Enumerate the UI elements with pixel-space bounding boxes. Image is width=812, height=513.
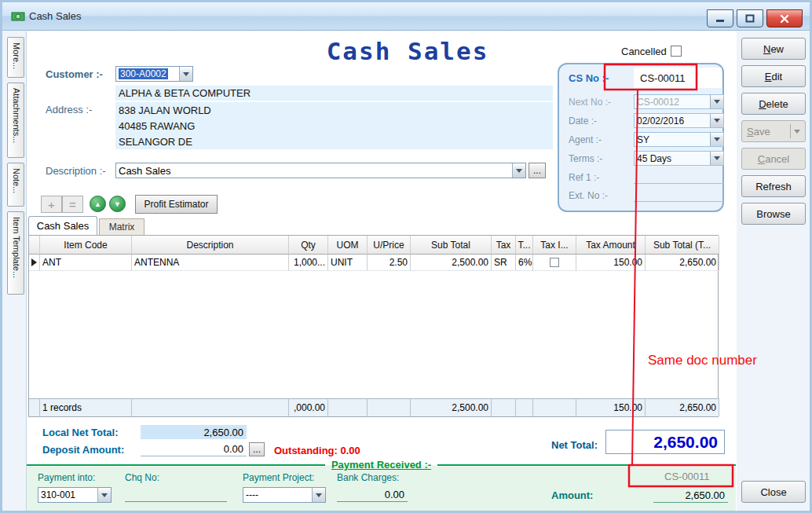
main-form: Cash Sales Cancelled Customer :- 300-A00…	[26, 31, 737, 513]
payment-project-dropdown-button[interactable]	[312, 488, 325, 502]
cell-sub-total[interactable]: 2,500.00	[411, 255, 492, 271]
arrow-down-icon: ▼	[114, 200, 121, 208]
cancel-button[interactable]: Cancel	[741, 148, 806, 170]
edit-button[interactable]: Edit	[741, 65, 806, 87]
description-browse-button[interactable]: ...	[529, 163, 546, 178]
footer-spacer	[533, 398, 576, 416]
sidebar-item-more[interactable]: More...	[7, 37, 24, 78]
sidebar-item-attachments[interactable]: Attachments...	[7, 82, 24, 158]
next-no-combo[interactable]: CS-00012	[634, 94, 724, 109]
delete-button-label: Delete	[759, 98, 788, 110]
ext-no-label: Ext. No :-	[569, 190, 608, 201]
sidebar-item-item-template[interactable]: Item Template...	[7, 211, 24, 295]
sidebar-item-label: More...	[12, 42, 21, 69]
deposit-browse-button[interactable]: ...	[249, 442, 265, 456]
cancel-button-label: Cancel	[758, 153, 789, 165]
chevron-down-icon	[516, 169, 522, 173]
description-combo[interactable]: Cash Sales	[115, 163, 526, 178]
address-line: SELANGOR DE	[119, 134, 550, 150]
bank-charges-value: 0.00	[385, 489, 404, 500]
payment-into-dropdown-button[interactable]	[97, 488, 111, 502]
sidebar-item-note[interactable]: Note...	[7, 163, 24, 207]
move-up-button[interactable]: ▲	[90, 196, 106, 212]
col-header-item-code[interactable]: Item Code	[40, 236, 132, 255]
col-header-tax-inclusive[interactable]: Tax I...	[533, 236, 576, 255]
agent-dropdown-button[interactable]	[710, 133, 723, 146]
cell-tax-amount[interactable]: 150.00	[576, 255, 646, 271]
cell-tax-inclusive[interactable]	[533, 255, 576, 271]
close-window-button[interactable]	[766, 9, 803, 27]
payment-into-combo[interactable]: 310-001	[38, 487, 112, 503]
bank-charges-label: Bank Charges:	[337, 472, 399, 483]
customer-dropdown-button[interactable]	[179, 67, 192, 81]
cell-uom[interactable]: UNIT	[328, 255, 368, 271]
description-value: Cash Sales	[116, 163, 512, 178]
maximize-button[interactable]	[737, 9, 763, 27]
move-down-button[interactable]: ▼	[109, 196, 126, 212]
col-header-uprice[interactable]: U/Price	[368, 236, 411, 255]
tab-matrix[interactable]: Matrix	[99, 218, 144, 235]
col-header-uom[interactable]: UOM	[328, 236, 368, 255]
terms-dropdown-button[interactable]	[710, 152, 723, 165]
date-combo[interactable]: 02/02/2016	[634, 113, 724, 128]
cell-tax[interactable]: SR	[492, 255, 516, 271]
amount-value: 2,650.00	[685, 489, 725, 501]
date-dropdown-button[interactable]	[710, 114, 723, 127]
cell-description[interactable]: ANTENNA	[132, 255, 289, 271]
minimize-button[interactable]	[707, 9, 733, 27]
app-icon	[11, 9, 25, 24]
add-row-button[interactable]: +	[41, 196, 62, 213]
tab-cash-sales[interactable]: Cash Sales	[28, 216, 97, 235]
cell-qty[interactable]: 1,000...	[289, 255, 328, 271]
col-header-qty[interactable]: Qty	[289, 236, 328, 255]
table-row[interactable]: ANT ANTENNA 1,000... UNIT 2.50 2,500.00 …	[29, 255, 718, 271]
agent-combo[interactable]: SY	[634, 132, 724, 147]
deposit-amount-field[interactable]: 0.00	[141, 442, 247, 456]
grid-empty-area	[29, 271, 718, 398]
terms-combo[interactable]: 45 Days	[634, 151, 724, 166]
annotation-text: Same doc number	[648, 353, 757, 368]
bank-charges-field[interactable]: 0.00	[337, 487, 408, 502]
new-button[interactable]: New	[741, 38, 806, 60]
col-header-description[interactable]: Description	[132, 236, 289, 255]
local-net-total-value: 2,650.00	[203, 427, 243, 438]
cs-no-field[interactable]: CS-00011	[634, 68, 722, 88]
footer-tax-amount: 150.00	[576, 398, 646, 416]
col-header-tax-rate[interactable]: T...	[516, 236, 533, 255]
cell-sub-total-tax[interactable]: 2,650.00	[646, 255, 719, 271]
cell-tax-rate[interactable]: 6%	[516, 255, 533, 271]
refresh-button[interactable]: Refresh	[741, 175, 806, 197]
close-button[interactable]: Close	[741, 481, 806, 503]
title-bar: Cash Sales	[2, 2, 810, 31]
customer-combo[interactable]: 300-A0002	[115, 66, 193, 82]
ref1-field[interactable]	[634, 171, 724, 184]
cell-uprice[interactable]: 2.50	[368, 255, 411, 271]
cell-item-code[interactable]: ANT	[40, 255, 132, 271]
delete-button[interactable]: Delete	[741, 93, 806, 115]
tab-label: Cash Sales	[37, 220, 89, 232]
save-button[interactable]: Save	[741, 120, 806, 142]
remove-row-button[interactable]: =	[62, 196, 83, 213]
footer-spacer	[328, 398, 368, 416]
col-header-tax-amount[interactable]: Tax Amount	[576, 236, 646, 255]
save-button-label: Save	[747, 126, 770, 137]
profit-estimator-button[interactable]: Profit Estimator	[135, 195, 218, 214]
col-header-tax[interactable]: Tax	[492, 236, 516, 255]
grid-header-row: Item Code Description Qty UOM U/Price Su…	[29, 236, 718, 255]
chevron-down-icon	[101, 493, 108, 497]
col-selector-header	[29, 236, 40, 255]
terms-value: 45 Days	[635, 152, 710, 165]
cancelled-checkbox[interactable]	[671, 46, 682, 57]
next-no-dropdown-button[interactable]	[710, 95, 723, 108]
chq-no-field[interactable]	[125, 487, 227, 502]
browse-button[interactable]: Browse	[741, 203, 806, 225]
customer-name-field: ALPHA & BETA COMPUTER	[115, 86, 553, 101]
payment-project-combo[interactable]: ----	[243, 487, 326, 503]
col-header-sub-total-tax[interactable]: Sub Total (T...	[646, 236, 719, 255]
amount-label: Amount:	[551, 489, 593, 501]
ext-no-field[interactable]	[634, 189, 724, 202]
col-header-sub-total[interactable]: Sub Total	[411, 236, 492, 255]
description-dropdown-button[interactable]	[512, 163, 525, 178]
tax-inclusive-checkbox[interactable]	[550, 258, 559, 267]
net-total-value: 2,650.00	[653, 433, 718, 452]
